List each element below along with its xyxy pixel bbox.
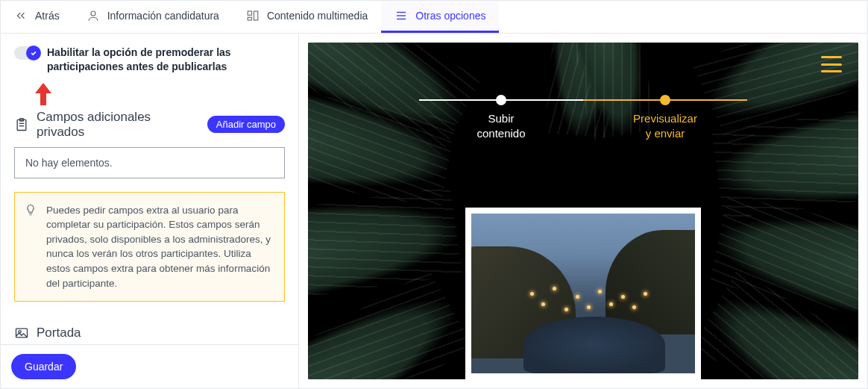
premoderate-toggle[interactable]: [14, 46, 40, 60]
uploaded-photo-frame: [465, 208, 701, 379]
check-icon: [30, 49, 37, 57]
nav-back-label: Atrás: [35, 10, 60, 22]
lightbulb-icon: [24, 203, 37, 217]
svg-rect-2: [254, 11, 257, 20]
panel-footer: Guardar: [1, 344, 298, 388]
top-nav: Atrás Información candidatura Contenido …: [1, 1, 867, 34]
preview-pane: Subircontenido Previsualizary enviar: [299, 34, 867, 388]
nav-back[interactable]: Atrás: [1, 1, 73, 33]
step-dot-1[interactable]: [496, 95, 506, 105]
leaf-decoration: [308, 186, 462, 302]
hint-box: Puedes pedir campos extra al usuario par…: [14, 192, 285, 302]
settings-panel: Habilitar la opción de premoderar las pa…: [1, 34, 299, 388]
uploaded-photo[interactable]: [471, 214, 695, 373]
image-icon: [14, 326, 29, 340]
progress-stepper: Subircontenido Previsualizary enviar: [419, 99, 747, 142]
list-icon: [394, 9, 408, 22]
private-fields-title: Campos adicionales privados: [37, 110, 200, 140]
cover-header: Portada: [14, 326, 285, 340]
private-fields-header: Campos adicionales privados Añadir campo: [14, 110, 285, 140]
nav-media[interactable]: Contenido multimedia: [233, 1, 381, 33]
step-dot-2[interactable]: [660, 95, 670, 105]
svg-rect-1: [248, 11, 251, 15]
nav-other-label: Otras opciones: [415, 10, 485, 22]
step-label-preview-send: Previsualizary enviar: [583, 111, 747, 142]
step-label-upload: Subircontenido: [419, 111, 583, 142]
hamburger-menu-icon[interactable]: [821, 56, 842, 72]
premoderate-row: Habilitar la opción de premoderar las pa…: [14, 46, 285, 74]
hint-text: Puedes pedir campos extra al usuario par…: [46, 205, 271, 289]
chevrons-left-icon: [14, 9, 28, 22]
private-fields-empty: No hay elementos.: [14, 147, 285, 178]
nav-media-label: Contenido multimedia: [267, 10, 368, 22]
clipboard-icon: [14, 117, 29, 132]
callout-arrow-icon: [32, 81, 285, 105]
layout-icon: [246, 9, 260, 22]
premoderate-label: Habilitar la opción de premoderar las pa…: [47, 46, 285, 74]
add-field-button[interactable]: Añadir campo: [207, 116, 285, 133]
nav-other-options[interactable]: Otras opciones: [381, 1, 499, 33]
preview-canvas: Subircontenido Previsualizary enviar: [308, 43, 858, 379]
svg-point-0: [91, 11, 95, 16]
save-button[interactable]: Guardar: [11, 354, 76, 379]
nav-info-label: Información candidatura: [107, 10, 219, 22]
user-icon: [87, 9, 100, 22]
cover-title: Portada: [37, 326, 285, 340]
nav-info[interactable]: Información candidatura: [73, 1, 233, 33]
svg-rect-3: [248, 17, 251, 20]
